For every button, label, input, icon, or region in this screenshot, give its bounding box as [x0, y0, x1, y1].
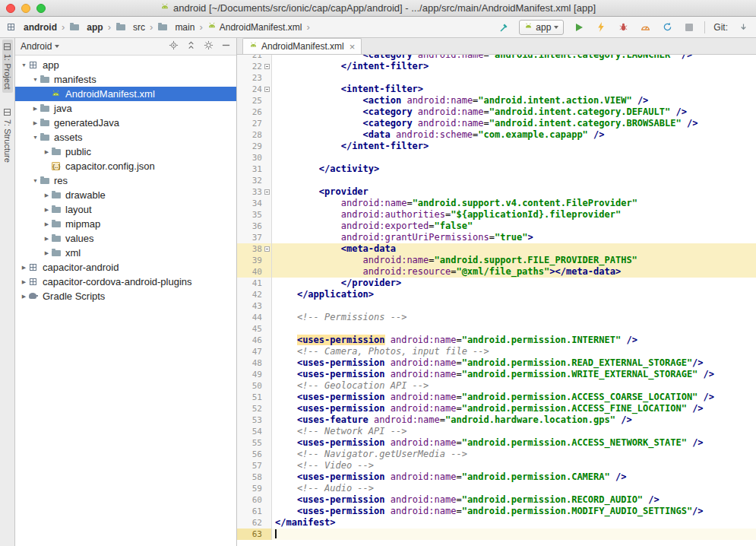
code-line[interactable]: <category android:name="android.intent.c… [272, 106, 756, 118]
collapse-all-icon[interactable] [186, 40, 196, 52]
code-line[interactable]: </intent-filter> [272, 141, 756, 152]
code-line[interactable]: </intent-filter> [272, 61, 756, 72]
code-line[interactable]: </activity> [272, 163, 756, 175]
chevron-right-icon[interactable]: ▶ [31, 106, 40, 111]
code-line[interactable]: android:grantUriPermissions="true"> [272, 232, 756, 243]
close-icon[interactable]: × [348, 42, 356, 52]
code-line[interactable]: android:exported="false" [272, 221, 756, 232]
tree-item-capacitor-cordova-android-plugins[interactable]: ▶capacitor-cordova-android-plugins [15, 275, 236, 289]
fold-marker-icon[interactable] [264, 87, 270, 92]
chevron-right-icon[interactable]: ▶ [43, 192, 51, 198]
tree-item-java[interactable]: ▶java [15, 101, 236, 116]
code-editor[interactable]: 21 <category android:name="android.inten… [237, 55, 756, 546]
code-line[interactable]: <!-- Network API --> [272, 426, 756, 437]
breadcrumb-item-main[interactable]: main [157, 22, 195, 33]
code-line[interactable] [272, 152, 756, 163]
breadcrumb-item-app[interactable]: app [69, 22, 103, 33]
breadcrumb-item-android[interactable]: android [6, 22, 57, 33]
code-line[interactable]: </manifest> [272, 517, 756, 529]
apply-changes-icon[interactable] [594, 20, 608, 35]
tree-item-androidmanifest-xml[interactable]: AndroidManifest.xml [15, 87, 236, 101]
zoom-button[interactable] [36, 4, 46, 13]
tree-item-values[interactable]: ▶values [15, 231, 236, 246]
close-button[interactable] [6, 4, 15, 13]
breadcrumb-item-src[interactable]: src [115, 22, 145, 33]
fold-marker-icon[interactable] [264, 64, 270, 69]
code-line[interactable]: <uses-permission android:name="android.p… [272, 392, 756, 403]
code-line[interactable] [272, 300, 756, 312]
code-line[interactable]: <uses-feature android:name="android.hard… [272, 414, 756, 426]
code-line[interactable]: android:name="android.support.v4.content… [272, 198, 756, 209]
gear-icon[interactable] [204, 40, 214, 52]
chevron-right-icon[interactable]: ▶ [20, 265, 28, 270]
profiler-icon[interactable] [638, 20, 652, 35]
hide-tool-window-icon[interactable] [221, 40, 231, 52]
tool-stripe-project-button[interactable]: 1: Project [2, 40, 13, 93]
code-line[interactable]: <uses-permission android:name="android.p… [272, 369, 756, 380]
run-configuration-select[interactable]: app [519, 20, 564, 35]
code-line[interactable]: <uses-permission android:name="android.p… [272, 471, 756, 483]
attach-debugger-icon[interactable] [660, 20, 674, 35]
tool-stripe-structure-button[interactable]: 7: Structure [2, 105, 13, 167]
fold-marker-icon[interactable] [264, 189, 270, 195]
code-line[interactable]: <category android:name="android.intent.c… [272, 55, 756, 61]
minimize-button[interactable] [21, 4, 30, 13]
code-line[interactable]: android:authorities="${applicationId}.fi… [272, 209, 756, 221]
code-line[interactable]: </provider> [272, 278, 756, 289]
tree-item-mipmap[interactable]: ▶mipmap [15, 217, 236, 231]
code-line[interactable]: </application> [272, 289, 756, 300]
code-line[interactable]: <uses-permission android:name="android.p… [272, 506, 756, 517]
tree-item-layout[interactable]: ▶layout [15, 202, 236, 217]
code-line[interactable]: <!-- Video --> [272, 460, 756, 471]
chevron-right-icon[interactable]: ▶ [43, 250, 51, 256]
code-line[interactable]: <!-- Camera, Photos, input file --> [272, 346, 756, 357]
debug-bug-icon[interactable] [616, 20, 630, 35]
code-line[interactable]: <!-- Permissions --> [272, 312, 756, 323]
code-line[interactable]: android:name="android.support.FILE_PROVI… [272, 255, 756, 266]
code-line[interactable] [272, 529, 756, 540]
chevron-right-icon[interactable]: ▶ [20, 294, 28, 299]
code-line[interactable] [272, 72, 756, 84]
git-update-icon[interactable] [736, 20, 750, 35]
code-line[interactable]: <intent-filter> [272, 84, 756, 95]
tree-item-manifests[interactable]: ▼manifests [15, 72, 236, 87]
code-line[interactable]: <category android:name="android.intent.c… [272, 118, 756, 129]
code-line[interactable]: <!-- Geolocation API --> [272, 380, 756, 392]
tree-item-assets[interactable]: ▼assets [15, 130, 236, 144]
chevron-down-icon[interactable]: ▼ [20, 62, 28, 68]
build-hammer-icon[interactable] [497, 20, 511, 35]
tree-item-drawable[interactable]: ▶drawable [15, 188, 236, 202]
code-line[interactable] [272, 175, 756, 186]
code-line[interactable]: <uses-permission android:name="android.p… [272, 403, 756, 414]
code-line[interactable] [272, 323, 756, 335]
chevron-right-icon[interactable]: ▶ [43, 221, 51, 227]
tree-item-capacitor-config-json[interactable]: {..}capacitor.config.json [15, 159, 236, 173]
chevron-down-icon[interactable]: ▼ [31, 135, 40, 140]
code-line[interactable]: <!-- Navigator.getUserMedia --> [272, 449, 756, 460]
tree-item-gradle-scripts[interactable]: ▶Gradle Scripts [15, 289, 236, 303]
chevron-down-icon[interactable]: ▼ [31, 77, 40, 82]
code-line[interactable]: <data android:scheme="com.example.capapp… [272, 129, 756, 141]
tree-item-app[interactable]: ▼app [15, 58, 236, 72]
code-line[interactable]: <uses-permission android:name="android.p… [272, 437, 756, 449]
tree-item-xml[interactable]: ▶xml [15, 246, 236, 260]
code-line[interactable]: <uses-permission android:name="android.p… [272, 357, 756, 369]
chevron-down-icon[interactable]: ▼ [31, 178, 40, 183]
tree-item-generatedjava[interactable]: ▶generatedJava [15, 116, 236, 130]
code-line[interactable]: <uses-permission android:name="android.p… [272, 494, 756, 506]
project-view-select[interactable]: Android [21, 41, 59, 52]
tree-item-capacitor-android[interactable]: ▶capacitor-android [15, 260, 236, 275]
code-line[interactable]: android:resource="@xml/file_paths"></met… [272, 266, 756, 278]
code-line[interactable]: <!-- Audio --> [272, 483, 756, 494]
code-line[interactable]: <meta-data [272, 243, 756, 255]
tab-androidmanifest[interactable]: AndroidManifest.xml × [242, 38, 362, 54]
stop-icon[interactable] [682, 20, 696, 35]
code-line[interactable]: <action android:name="android.intent.act… [272, 95, 756, 106]
code-line[interactable]: <uses-permission android:name="android.p… [272, 335, 756, 346]
chevron-right-icon[interactable]: ▶ [20, 279, 28, 284]
chevron-right-icon[interactable]: ▶ [43, 149, 51, 154]
chevron-right-icon[interactable]: ▶ [43, 207, 51, 212]
chevron-right-icon[interactable]: ▶ [31, 120, 40, 125]
tree-item-res[interactable]: ▼res [15, 173, 236, 188]
run-button[interactable] [572, 20, 586, 35]
